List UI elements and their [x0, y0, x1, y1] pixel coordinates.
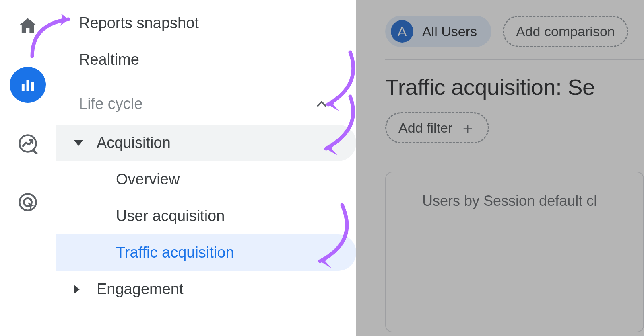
bar-chart-icon [17, 74, 38, 95]
chart-gridline [422, 283, 643, 283]
nav-explore[interactable] [10, 125, 46, 162]
chevron-up-icon [315, 98, 328, 111]
add-comparison-label: Add comparison [516, 24, 615, 39]
audience-chip-label: All Users [422, 24, 477, 39]
nav-section-label: Life cycle [79, 95, 142, 113]
nav-reports[interactable] [10, 67, 46, 103]
home-icon [17, 16, 38, 37]
nav-item-label: Reports snapshot [79, 14, 199, 32]
target-click-icon [17, 192, 38, 213]
nav-item-label: Realtime [79, 51, 139, 68]
svg-rect-1 [27, 80, 29, 91]
nav-reports-snapshot[interactable]: Reports snapshot [56, 5, 356, 41]
audience-chip[interactable]: A All Users [385, 16, 491, 47]
nav-advertising[interactable] [10, 184, 46, 220]
plus-icon: ＋ [460, 120, 476, 136]
caret-down-icon [74, 140, 83, 146]
svg-rect-0 [22, 84, 25, 91]
nav-leaf-label: Overview [116, 171, 180, 188]
reports-nav-panel: Reports snapshot Realtime Life cycle Acq… [56, 0, 356, 336]
explore-trend-icon [17, 133, 38, 154]
left-icon-rail [0, 0, 56, 336]
nav-sub-acquisition[interactable]: Acquisition [56, 125, 356, 161]
add-filter-label: Add filter [398, 120, 452, 136]
nav-section-lifecycle[interactable]: Life cycle [56, 83, 356, 125]
nav-sub-engagement[interactable]: Engagement [56, 271, 356, 307]
nav-realtime[interactable]: Realtime [56, 41, 356, 78]
nav-sub-label: Acquisition [97, 134, 171, 152]
nav-leaf-label: Traffic acquisition [116, 244, 234, 261]
caret-right-icon [74, 285, 80, 294]
nav-sub-label: Engagement [97, 281, 184, 298]
nav-leaf-overview[interactable]: Overview [56, 161, 356, 198]
nav-leaf-label: User acquisition [116, 207, 225, 224]
add-comparison-chip[interactable]: Add comparison [503, 16, 628, 47]
audience-badge: A [391, 20, 413, 43]
chart-card: Users by Session default cl [385, 172, 644, 332]
chart-card-title: Users by Session default cl [422, 193, 643, 209]
svg-rect-2 [31, 82, 34, 91]
comparison-chips-row: A All Users Add comparison [356, 0, 644, 48]
nav-leaf-traffic-acquisition[interactable]: Traffic acquisition [56, 234, 356, 271]
add-filter-chip[interactable]: Add filter ＋ [385, 112, 489, 143]
chart-gridline [422, 234, 643, 234]
nav-home[interactable] [10, 8, 46, 44]
main-content: A All Users Add comparison Traffic acqui… [356, 0, 644, 336]
nav-leaf-user-acquisition[interactable]: User acquisition [56, 198, 356, 234]
page-title: Traffic acquisition: Se [356, 60, 644, 100]
